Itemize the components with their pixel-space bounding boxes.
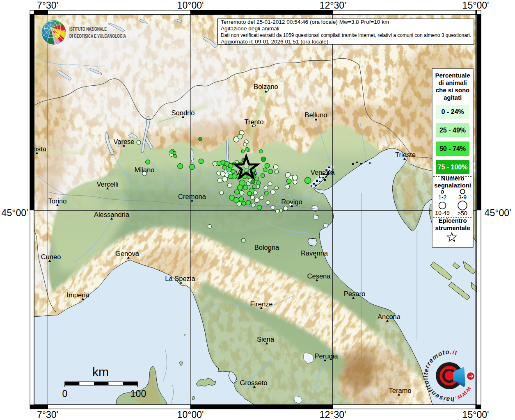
svg-text:Genova: Genova <box>115 250 140 257</box>
svg-text:Bologna: Bologna <box>254 244 279 251</box>
svg-text:7°30': 7°30' <box>37 409 58 420</box>
svg-text:Torino: Torino <box>48 197 67 205</box>
svg-text:?: ? <box>467 374 474 378</box>
svg-text:12°30': 12°30' <box>320 0 346 11</box>
svg-text:Percentuale: Percentuale <box>435 72 470 79</box>
svg-text:50 - 74%: 50 - 74% <box>439 145 466 152</box>
svg-text:10-49: 10-49 <box>435 210 450 216</box>
svg-text:Milano: Milano <box>135 166 155 173</box>
svg-text:1-2: 1-2 <box>438 194 446 201</box>
svg-text:45°00': 45°00' <box>485 208 511 218</box>
svg-text:Ancona: Ancona <box>378 313 401 320</box>
svg-text:Teramo: Teramo <box>389 387 411 394</box>
svg-text:0: 0 <box>62 388 68 399</box>
svg-text:12°30': 12°30' <box>320 409 346 420</box>
svg-text:km: km <box>92 365 109 379</box>
svg-text:ISTITUTO NAZIONALE: ISTITUTO NAZIONALE <box>69 26 107 32</box>
svg-text:0 - 24%: 0 - 24% <box>441 108 464 115</box>
svg-text:15°00': 15°00' <box>462 409 489 420</box>
svg-text:Vercelli: Vercelli <box>96 180 118 188</box>
svg-text:Perugia: Perugia <box>315 352 339 360</box>
svg-text:75 - 100%: 75 - 100% <box>438 164 468 171</box>
svg-text:Aggiornato il: 09-01-2026 01:5: Aggiornato il: 09-01-2026 01:51 (ora loc… <box>221 39 328 45</box>
svg-text:agitati: agitati <box>444 94 462 101</box>
svg-text:segnalazioni: segnalazioni <box>434 182 471 189</box>
svg-text:Terremoto del 25-01-2012 00:54: Terremoto del 25-01-2012 00:54:46 (ora l… <box>221 19 389 25</box>
svg-text:Cremona: Cremona <box>178 193 206 200</box>
svg-text:Rovigo: Rovigo <box>281 198 302 205</box>
svg-text:che si sono: che si sono <box>436 87 470 94</box>
svg-text:osta: osta <box>33 145 46 153</box>
svg-text:Belluno: Belluno <box>304 111 327 119</box>
svg-text:Ravenna: Ravenna <box>301 249 328 257</box>
svg-text:Bolzano: Bolzano <box>254 83 278 90</box>
svg-text:45°00': 45°00' <box>2 208 28 218</box>
svg-text:Siena: Siena <box>257 336 275 343</box>
svg-text:Dati non verificati estratti d: Dati non verificati estratti da 1059 que… <box>221 32 471 38</box>
svg-text:Imperia: Imperia <box>66 291 89 299</box>
svg-text:10°00': 10°00' <box>177 0 204 11</box>
svg-text:15°00': 15°00' <box>462 0 489 11</box>
svg-text:Cesena: Cesena <box>307 272 331 280</box>
svg-text:Varese: Varese <box>113 138 134 145</box>
svg-text:La Spezia: La Spezia <box>165 275 195 282</box>
svg-text:Firenze: Firenze <box>250 300 272 308</box>
svg-text:100: 100 <box>130 388 146 399</box>
svg-text:Sondrio: Sondrio <box>172 109 195 116</box>
svg-text:3-9: 3-9 <box>458 194 467 201</box>
svg-text:di animali: di animali <box>438 79 467 86</box>
svg-text:DI GEOFISICA E VULCANOLOGIA: DI GEOFISICA E VULCANOLOGIA <box>69 33 126 39</box>
svg-text:Grosseto: Grosseto <box>240 379 268 386</box>
svg-text:Pesaro: Pesaro <box>344 290 365 297</box>
svg-text:≥50: ≥50 <box>458 210 467 217</box>
svg-text:10°00': 10°00' <box>177 409 204 420</box>
svg-text:25 - 49%: 25 - 49% <box>439 127 466 134</box>
svg-text:Venezia: Venezia <box>311 169 335 176</box>
svg-text:Trento: Trento <box>244 118 263 126</box>
svg-text:Numero: Numero <box>441 175 465 182</box>
svg-text:Agitazione degli animali: Agitazione degli animali <box>221 25 279 32</box>
svg-text:Trieste: Trieste <box>395 151 416 158</box>
svg-text:7°30': 7°30' <box>37 0 58 11</box>
svg-text:Alessandria: Alessandria <box>94 211 130 218</box>
svg-text:strumentale: strumentale <box>435 224 470 231</box>
svg-text:Cuneo: Cuneo <box>41 253 61 260</box>
svg-text:Epicentro: Epicentro <box>438 217 467 224</box>
